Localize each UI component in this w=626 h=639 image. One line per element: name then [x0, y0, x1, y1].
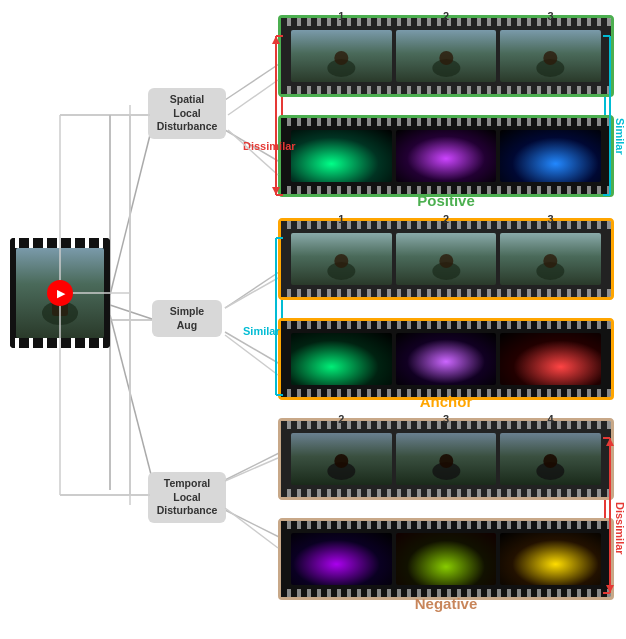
svg-line-63 [225, 508, 278, 548]
svg-point-51 [544, 454, 558, 468]
anchor-top-filmstrip: 1 2 3 [278, 218, 614, 300]
positive-top-filmstrip: 1 2 3 [278, 15, 614, 97]
dissimilar-label-1: Dissimilar [243, 140, 296, 152]
svg-point-37 [439, 51, 453, 65]
svg-line-61 [225, 335, 278, 375]
negative-bottom-filmstrip [278, 518, 614, 600]
frame-num-1: 1 [338, 10, 344, 22]
similar-label-1: Similar [614, 118, 626, 155]
similar-label-2: Similar [243, 325, 280, 337]
temporal-local-text: TemporalLocalDisturbance [157, 477, 218, 516]
play-button[interactable]: ▶ [47, 280, 73, 306]
svg-line-16 [225, 332, 285, 367]
svg-line-15 [225, 268, 285, 308]
svg-line-2 [110, 315, 155, 490]
simple-aug-text: SimpleAug [170, 305, 204, 331]
source-video[interactable]: ▶ [10, 238, 110, 348]
anchor-bottom-filmstrip [278, 318, 614, 400]
svg-point-49 [439, 454, 453, 468]
svg-point-41 [334, 254, 348, 268]
temporal-local-label: TemporalLocalDisturbance [148, 472, 226, 523]
svg-point-45 [544, 254, 558, 268]
svg-point-35 [334, 51, 348, 65]
dissimilar-label-2: Dissimilar [614, 502, 626, 555]
svg-line-0 [110, 115, 155, 295]
svg-line-58 [228, 80, 278, 115]
svg-point-43 [439, 254, 453, 268]
svg-line-62 [225, 458, 278, 481]
frame-num-2: 2 [443, 10, 449, 22]
svg-line-59 [228, 130, 278, 175]
anchor-label: Anchor [278, 393, 614, 411]
svg-line-18 [225, 510, 285, 540]
negative-label: Negative [278, 595, 614, 613]
diagram-container: ▶ Spatial Local Disturbance SimpleAug Te… [0, 0, 626, 639]
svg-line-1 [110, 305, 155, 320]
svg-point-47 [334, 454, 348, 468]
frame-num-3: 3 [548, 10, 554, 22]
negative-top-filmstrip: 2 3 4 [278, 418, 614, 500]
simple-aug-label: SimpleAug [152, 300, 222, 337]
svg-point-39 [544, 51, 558, 65]
svg-line-17 [225, 450, 285, 480]
positive-label: Positive [278, 192, 614, 210]
positive-bottom-filmstrip [278, 115, 614, 197]
svg-line-60 [225, 278, 278, 308]
svg-line-13 [225, 60, 285, 100]
spatial-local-label: Spatial Local Disturbance [148, 88, 226, 139]
